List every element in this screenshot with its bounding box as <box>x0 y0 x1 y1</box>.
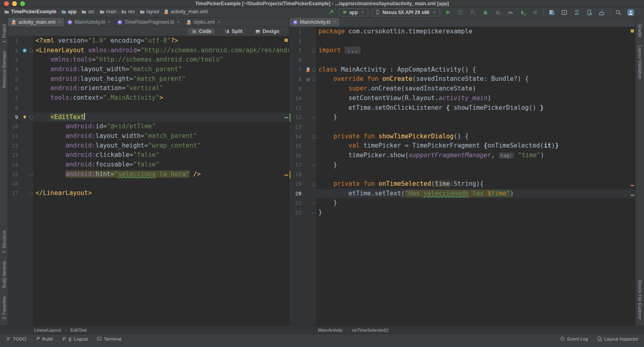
code-line-1[interactable]: 1package com.cursokotlin.timepickerexamp… <box>289 27 635 37</box>
code-line-6[interactable]: 6 <box>289 55 635 65</box>
sdk-manager-button[interactable] <box>597 8 606 16</box>
class-c-icon[interactable]: C <box>22 48 27 53</box>
code-line-17[interactable]: 17 } <box>289 160 635 170</box>
editor-tab-activity-main-xml[interactable]: <>activity_main.xml× <box>8 18 64 27</box>
close-tab-icon[interactable]: × <box>333 19 336 25</box>
tool-window-button-1-project[interactable]: 1: Project <box>2 20 6 47</box>
inspection-indicator[interactable] <box>285 39 288 42</box>
editor-tab-timepickerfragment-kt[interactable]: KTimePickerFragment.kt× <box>114 18 183 27</box>
run-configuration-select[interactable]: app <box>339 8 368 16</box>
code-line-4[interactable]: 4 android:layout_width="match_parent" <box>8 65 289 74</box>
code-line-2[interactable]: 2 <box>289 37 635 46</box>
search-everywhere-button[interactable] <box>614 8 623 16</box>
debug-button[interactable] <box>481 8 490 16</box>
bulb-icon[interactable] <box>22 115 27 120</box>
code-line-22[interactable]: 22} <box>289 208 635 218</box>
code-line-21[interactable]: 21 } <box>289 198 635 208</box>
close-tab-icon[interactable]: × <box>177 19 180 25</box>
code-line-16[interactable]: 16 timePicker.show(supportFragmentManage… <box>289 151 635 160</box>
fold-marker[interactable] <box>29 170 33 179</box>
profile-avatar[interactable] <box>626 8 635 16</box>
close-tab-icon[interactable]: × <box>108 19 111 25</box>
run-button[interactable] <box>444 8 452 16</box>
editor-tab-mainactivity-kt[interactable]: KMainActivity.kt× <box>289 18 339 27</box>
breadcrumb-item-res[interactable]: res <box>121 9 135 14</box>
zoom-window-button[interactable] <box>20 1 25 6</box>
fold-marker[interactable] <box>312 113 316 122</box>
code-line-15[interactable]: 15 val timePicker = TimePickerFragment {… <box>289 141 635 151</box>
fold-marker[interactable] <box>312 179 316 189</box>
fold-marker[interactable] <box>312 74 316 84</box>
tool-window-button-device-file-explorer[interactable]: Device File Explorer <box>638 276 642 323</box>
tool-window-button-gradle[interactable]: Gradle <box>638 20 642 41</box>
stripe-mark[interactable] <box>631 195 634 196</box>
close-window-button[interactable] <box>4 1 9 6</box>
tool-window-button-layout-validation[interactable]: Layout Validation <box>638 41 642 83</box>
minimize-window-button[interactable] <box>12 1 17 6</box>
inspection-indicator[interactable] <box>631 29 634 33</box>
gradle-sync-button[interactable] <box>572 8 581 16</box>
tool-window-button-build-variants[interactable]: Build Variants <box>2 257 6 292</box>
breadcrumb-item-linearlayout[interactable]: LinearLayout <box>34 328 61 333</box>
code-line-16[interactable]: 16 <box>8 179 289 189</box>
fold-marker[interactable] <box>312 132 316 142</box>
scrollbar-error-stripe[interactable] <box>630 27 635 326</box>
scrollbar-error-stripe[interactable] <box>284 36 289 326</box>
code-line-7[interactable]: 7 tools:context=".MainActivity"> <box>8 93 289 103</box>
code-line-13[interactable]: 13 android:clickable="false" <box>8 150 289 160</box>
tool-window-button-7-structure[interactable]: 7: Structure <box>2 226 6 257</box>
view-mode-design[interactable]: Design <box>252 28 283 35</box>
code-line-14[interactable]: 14 private fun showTimePickerDialog() { <box>289 132 635 142</box>
apply-and-restart-button[interactable] <box>518 8 527 16</box>
code-line-6[interactable]: 6 android:orientation="vertical" <box>8 84 289 93</box>
code-line-11[interactable]: 11 etTime.setOnClickListener { showTimeP… <box>289 103 635 113</box>
code-line-19[interactable]: 19 private fun onTimeSelected(time:Strin… <box>289 179 635 189</box>
fold-marker[interactable] <box>29 113 33 122</box>
stripe-mark[interactable] <box>285 117 288 118</box>
stop-button[interactable] <box>531 8 540 16</box>
status-item-build[interactable]: Build <box>35 336 53 341</box>
code-line-3[interactable]: 3import ... <box>289 46 635 55</box>
editor-tab-styles-xml[interactable]: <>styles.xml× <box>183 18 224 27</box>
status-item-terminal[interactable]: Terminal <box>97 336 121 341</box>
status-item-6-logcat[interactable]: 6: Logcat <box>62 336 88 341</box>
code-line-13[interactable]: 13 <box>289 122 635 132</box>
view-mode-code[interactable]: Code <box>188 28 215 35</box>
code-line-3[interactable]: 3 xmlns:tools="http://schemas.android.co… <box>8 55 289 65</box>
code-line-11[interactable]: 11 android:layout_width="match_parent" <box>8 131 289 141</box>
close-tab-icon[interactable]: × <box>58 19 61 25</box>
view-mode-split[interactable]: Split <box>221 28 246 35</box>
xml-editor[interactable]: 1<?xml version="1.0" encoding="utf-8"?>2… <box>8 36 289 326</box>
breadcrumb-item-timepickerexample[interactable]: TimePickerExample <box>4 9 56 14</box>
stripe-mark[interactable] <box>285 175 288 176</box>
device-select[interactable]: Nexus 5X API 29 x86 <box>372 8 440 16</box>
code-line-10[interactable]: 10 android:id="@+id/etTime" <box>8 122 289 131</box>
code-line-14[interactable]: 14 android:focusable="false" <box>8 160 289 170</box>
layout-gutter-icon[interactable]: <> <box>305 67 311 72</box>
attach-debugger-button[interactable] <box>493 8 502 16</box>
apply-changes-button[interactable] <box>456 8 465 16</box>
fold-marker[interactable] <box>312 65 316 75</box>
code-line-1[interactable]: 1<?xml version="1.0" encoding="utf-8"?> <box>8 36 289 46</box>
breadcrumb-item-ontimeselected-[interactable]: onTimeSelected() <box>352 328 388 333</box>
code-line-12[interactable]: 12 android:layout_height="wrap_content" <box>8 141 289 151</box>
device-manager-button[interactable] <box>547 8 556 16</box>
breadcrumb-item-activity-main-xml[interactable]: <>activity_main.xml <box>164 9 207 14</box>
tool-window-button-resource-manager[interactable]: Resource Manager <box>2 47 6 92</box>
code-line-18[interactable]: 18 <box>289 170 635 179</box>
breadcrumb-item-layout[interactable]: layout <box>140 9 159 14</box>
status-item-todo[interactable]: TODO <box>6 336 26 341</box>
code-line-5[interactable]: 5 android:layout_height="match_parent" <box>8 74 289 84</box>
breadcrumb-item-main[interactable]: main <box>99 9 117 14</box>
code-line-7[interactable]: 7<>class MainActivity : AppCompatActivit… <box>289 65 635 75</box>
apply-code-changes-button[interactable] <box>469 8 477 16</box>
code-line-17[interactable]: 17</LinearLayout> <box>8 189 289 198</box>
code-line-8[interactable]: 8 override fun onCreate(savedInstanceSta… <box>289 74 635 84</box>
fold-marker[interactable] <box>312 46 316 55</box>
tool-window-button-2-favorites[interactable]: 2: Favorites <box>2 292 6 323</box>
breadcrumb-item-app[interactable]: app <box>61 9 76 14</box>
fold-marker[interactable] <box>312 198 316 208</box>
fold-marker[interactable] <box>29 46 33 55</box>
layout-inspector-button[interactable] <box>585 8 594 16</box>
status-item-layout-inspector[interactable]: Layout Inspector <box>597 336 638 341</box>
